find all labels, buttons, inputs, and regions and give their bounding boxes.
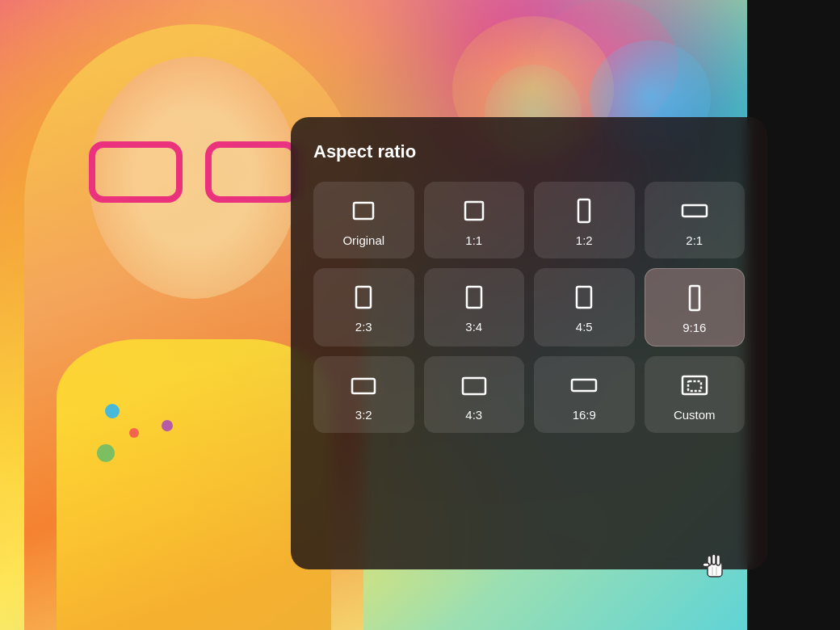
ratio-btn-4-5[interactable]: 4:5	[534, 268, 635, 346]
ratio-2-3-icon	[349, 283, 378, 312]
ratio-label-4-3: 4:3	[465, 408, 482, 422]
ratio-label-1-2: 1:2	[576, 233, 593, 247]
ratio-btn-2-3[interactable]: 2:3	[313, 268, 414, 346]
ratio-btn-2-1[interactable]: 2:1	[645, 182, 746, 258]
svg-rect-10	[572, 380, 596, 391]
ratio-btn-3-2[interactable]: 3:2	[313, 356, 414, 433]
custom-icon	[680, 371, 709, 400]
ratio-btn-9-16[interactable]: 9:16	[645, 268, 746, 346]
ratio-btn-1-2[interactable]: 1:2	[534, 182, 635, 258]
ratio-3-2-icon	[349, 371, 378, 400]
ratio-btn-custom[interactable]: Custom	[645, 356, 746, 433]
ratio-label-3-4: 3:4	[465, 320, 482, 334]
svg-rect-8	[352, 379, 375, 393]
original-icon	[349, 196, 378, 225]
ratio-btn-4-3[interactable]: 4:3	[424, 356, 525, 433]
ratio-label-2-1: 2:1	[686, 233, 703, 247]
ratio-label-9-16: 9:16	[682, 321, 706, 334]
ratio-grid: Original 1:1 1:2	[313, 182, 745, 433]
ratio-3-4-icon	[460, 283, 489, 312]
ratio-btn-1-1[interactable]: 1:1	[424, 182, 525, 258]
svg-rect-9	[463, 378, 485, 394]
svg-rect-3	[682, 205, 707, 216]
svg-rect-0	[354, 203, 373, 219]
ratio-16-9-icon	[569, 371, 598, 400]
ratio-label-4-5: 4:5	[576, 320, 593, 334]
ratio-label-1-1: 1:1	[465, 233, 482, 247]
aspect-ratio-panel: Aspect ratio Original 1:1	[291, 117, 767, 569]
svg-rect-7	[690, 286, 699, 310]
ratio-4-3-icon	[460, 371, 489, 400]
ratio-label-custom: Custom	[674, 408, 716, 422]
svg-rect-6	[577, 287, 591, 308]
svg-rect-5	[467, 287, 481, 308]
ratio-label-original: Original	[342, 233, 384, 247]
ratio-btn-original[interactable]: Original	[313, 182, 414, 258]
ratio-4-5-icon	[569, 283, 598, 312]
ratio-label-3-2: 3:2	[355, 408, 372, 422]
ratio-btn-3-4[interactable]: 3:4	[424, 268, 525, 346]
ratio-1-2-icon	[569, 196, 598, 225]
svg-rect-2	[578, 200, 590, 222]
ratio-1-1-icon	[460, 196, 489, 225]
panel-title: Aspect ratio	[313, 141, 745, 162]
ratio-2-1-icon	[680, 196, 709, 225]
svg-rect-1	[465, 202, 483, 220]
ratio-btn-16-9[interactable]: 16:9	[534, 356, 635, 433]
ratio-9-16-icon	[680, 284, 709, 313]
svg-rect-4	[356, 287, 371, 308]
svg-rect-12	[688, 381, 701, 391]
ratio-label-16-9: 16:9	[573, 408, 596, 422]
ratio-label-2-3: 2:3	[355, 320, 372, 334]
